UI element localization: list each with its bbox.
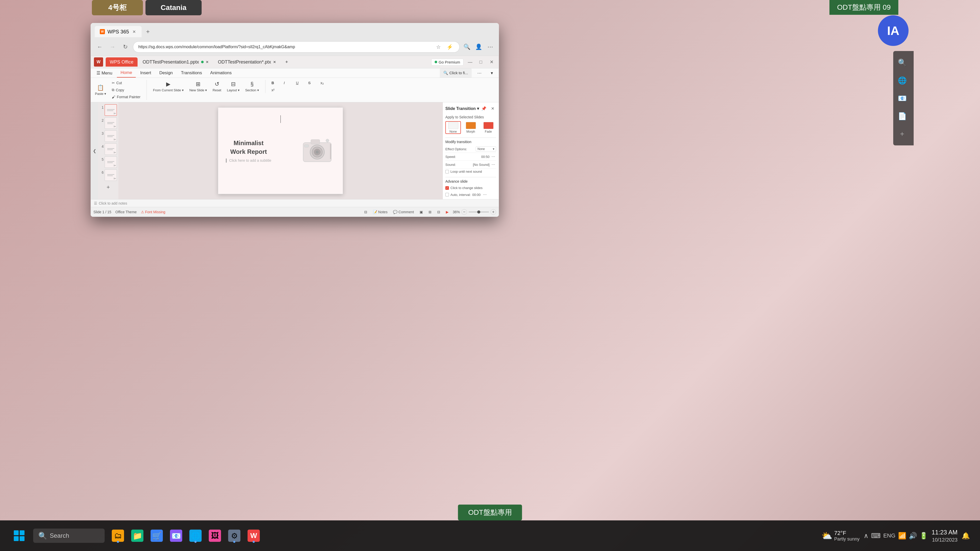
- start-button[interactable]: [10, 527, 28, 545]
- keyboard-icon[interactable]: ⌨: [871, 532, 881, 540]
- superscript-button[interactable]: x²: [269, 87, 281, 93]
- taskbar-search[interactable]: 🔍 Search: [33, 529, 105, 543]
- slide-thumb-6[interactable]: 6 ≫: [100, 169, 117, 181]
- effect-options-dropdown[interactable]: None ▾: [476, 146, 496, 151]
- slide-img-3[interactable]: ≫: [105, 130, 117, 142]
- slide-img-4[interactable]: ≫: [105, 143, 117, 155]
- taskbar-app-store[interactable]: 🛒: [148, 527, 165, 544]
- slide-img-5[interactable]: ≫: [105, 156, 117, 168]
- wps-close-button[interactable]: ✕: [487, 58, 496, 66]
- slide-subtitle[interactable]: Click here to add a subtitle: [226, 159, 271, 163]
- paste-button[interactable]: 📋 Paste ▾: [93, 83, 108, 97]
- wps-file-tab-1[interactable]: ODTTestPresentation1.pptx ✕: [138, 57, 213, 67]
- wps-file-tab-2[interactable]: ODTTestPresentation*.ptx ✕: [214, 57, 280, 67]
- zoom-slider[interactable]: [469, 211, 489, 213]
- sound-icon[interactable]: 🔊: [909, 532, 917, 540]
- transition-none-option[interactable]: None: [445, 121, 461, 134]
- language-indicator[interactable]: ENG: [883, 532, 896, 539]
- underline-button[interactable]: U: [294, 80, 305, 86]
- layout-button[interactable]: ⊟ Layout ▾: [225, 80, 242, 93]
- slideshow-start-btn[interactable]: ▶: [444, 210, 450, 214]
- format-painter-button[interactable]: 🖌 Format Painter: [110, 94, 143, 100]
- transition-close-icon[interactable]: ✕: [489, 105, 496, 112]
- slide-thumb-4[interactable]: 4 ≫: [100, 143, 117, 155]
- browser-search-icon[interactable]: 🔍: [462, 42, 471, 52]
- notification-icon[interactable]: 🔔: [962, 532, 970, 540]
- mail-icon-panel[interactable]: 📧: [896, 92, 908, 105]
- sound-more-btn[interactable]: ⋯: [490, 162, 496, 167]
- normal-view-button[interactable]: ⊟: [363, 210, 369, 214]
- search-icon-panel[interactable]: 🔍: [896, 56, 908, 69]
- network-icon[interactable]: 📶: [898, 532, 906, 540]
- auto-interval-checkbox[interactable]: [445, 193, 449, 197]
- battery-icon[interactable]: 🔋: [920, 532, 928, 540]
- extension-icon[interactable]: ⚡: [445, 42, 454, 52]
- slide-img-6[interactable]: ≫: [105, 169, 117, 181]
- ribbon-expand-btn[interactable]: ▾: [487, 68, 496, 78]
- avatar[interactable]: IA: [878, 15, 908, 46]
- taskbar-app-edge[interactable]: 🌐: [187, 527, 204, 544]
- back-button[interactable]: ←: [95, 42, 105, 52]
- wps-insert-tab[interactable]: Insert: [137, 68, 155, 78]
- browser-account-icon[interactable]: 👤: [474, 42, 483, 52]
- click-to-change-checkbox[interactable]: ✓: [445, 186, 449, 190]
- slide-thumb-5[interactable]: 5 ≫: [100, 156, 117, 168]
- browser-new-tab[interactable]: +: [143, 27, 153, 37]
- taskbar-app-explorer[interactable]: 🗂: [110, 527, 126, 544]
- view-outline-btn[interactable]: ⊟: [436, 210, 442, 214]
- show-hidden-icons[interactable]: ∧: [864, 532, 869, 540]
- wps-file-tab-2-close[interactable]: ✕: [273, 60, 276, 64]
- speed-more-btn[interactable]: ⋯: [490, 154, 496, 159]
- browser-tab-close[interactable]: ✕: [131, 29, 137, 34]
- comment-button[interactable]: 💬 Comment: [391, 210, 415, 214]
- ribbon-extra-btn[interactable]: ⋯: [474, 68, 485, 78]
- wps-file-tab-1-close[interactable]: ✕: [206, 60, 209, 64]
- copy-button[interactable]: ⧉ Copy: [110, 87, 143, 93]
- transition-pin-icon[interactable]: 📌: [480, 105, 487, 112]
- browser-menu-icon[interactable]: ⋯: [486, 42, 495, 52]
- from-current-slide-button[interactable]: ▶ From Current Slide ▾: [151, 80, 186, 93]
- taskbar-app-settings[interactable]: ⚙: [226, 527, 242, 544]
- subscript-button[interactable]: x₂: [318, 80, 330, 86]
- slide-img-1[interactable]: ≫: [105, 104, 117, 116]
- taskbar-app-wps[interactable]: W: [245, 527, 262, 544]
- taskbar-app-photos[interactable]: 🖼: [207, 527, 223, 544]
- section-button[interactable]: § Section ▾: [243, 80, 261, 93]
- slide-thumb-2[interactable]: 2 ≫: [100, 118, 117, 129]
- wps-office-tab[interactable]: WPS Office: [106, 57, 138, 67]
- auto-interval-more-btn[interactable]: ⋯: [482, 192, 488, 197]
- click-to-find-btn[interactable]: 🔍 Click to fi...: [440, 68, 472, 78]
- slide-thumb-1[interactable]: 1 ≫: [100, 104, 117, 116]
- slide-thumb-3[interactable]: 3 ≫: [100, 130, 117, 142]
- strikethrough-button[interactable]: S: [306, 80, 318, 86]
- zoom-in-button[interactable]: +: [490, 209, 496, 215]
- notes-button[interactable]: 📝 Notes: [371, 210, 389, 214]
- slide-panel-toggle[interactable]: ❮: [91, 102, 98, 199]
- add-slide-button[interactable]: +: [100, 183, 116, 191]
- transition-morph-option[interactable]: Morph: [463, 121, 479, 134]
- weather-widget[interactable]: ⛅ 72°F Partly sunny: [821, 530, 859, 542]
- slide-notes-bar[interactable]: ☰ Click to add notes: [91, 199, 499, 207]
- star-icon[interactable]: ☆: [434, 42, 443, 52]
- reset-button[interactable]: ↺ Reset: [210, 80, 223, 93]
- wps-animations-tab[interactable]: Animations: [207, 68, 235, 78]
- wps-home-tab[interactable]: Home: [117, 68, 135, 78]
- bold-button[interactable]: B: [269, 80, 281, 86]
- wps-new-tab[interactable]: +: [281, 57, 292, 67]
- slide-img-2[interactable]: ≫: [105, 118, 117, 129]
- browser-icon-panel[interactable]: 🌐: [896, 74, 908, 87]
- wps-maximize-button[interactable]: □: [477, 58, 485, 66]
- browser-tab-wps365[interactable]: W WPS 365 ✕: [95, 26, 142, 37]
- taskbar-app-folder[interactable]: 📁: [129, 527, 145, 544]
- view-grid-btn[interactable]: ⊞: [427, 210, 433, 214]
- refresh-button[interactable]: ↻: [120, 42, 130, 52]
- view-normal-btn[interactable]: ▣: [418, 210, 425, 214]
- transition-fade-option[interactable]: Fade: [480, 121, 496, 134]
- new-slide-button[interactable]: ⊞ New Slide ▾: [187, 80, 209, 93]
- go-premium-button[interactable]: Go Premium: [431, 59, 463, 65]
- wps-design-tab[interactable]: Design: [156, 68, 177, 78]
- forward-button[interactable]: →: [107, 42, 118, 52]
- wps-menu-tab[interactable]: ☰ Menu: [93, 68, 116, 78]
- slide-edit-area[interactable]: Minimalist Work Report Click here to add…: [118, 102, 442, 199]
- zoom-out-button[interactable]: −: [461, 209, 467, 215]
